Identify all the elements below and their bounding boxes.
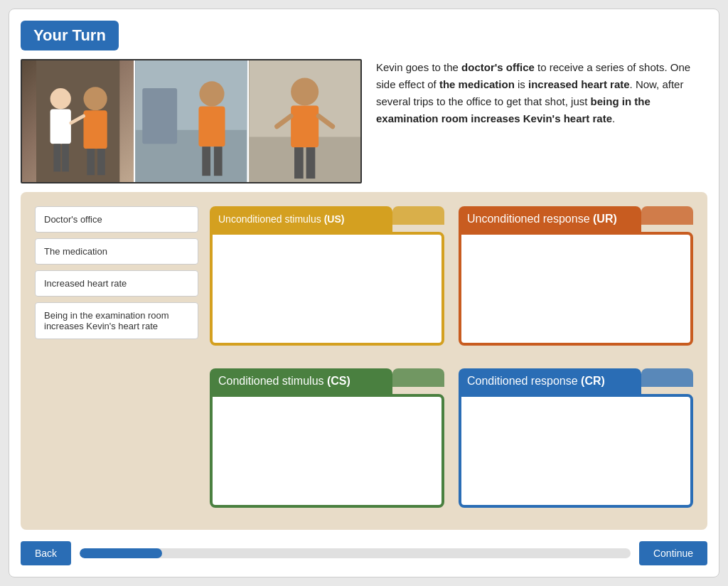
drag-item-increased-heart-rate[interactable]: Increased heart rate	[35, 270, 198, 297]
folder-us[interactable]: Unconditioned stimulus (US)	[210, 206, 444, 346]
your-turn-badge: Your Turn	[21, 21, 119, 50]
continue-button[interactable]: Continue	[639, 541, 707, 565]
svg-rect-15	[203, 146, 211, 176]
folder-ur-wrapper: Unconditioned response (UR)	[459, 206, 693, 354]
svg-rect-7	[87, 149, 95, 175]
svg-rect-3	[53, 144, 60, 171]
folder-cr[interactable]: Conditioned response (CR)	[459, 368, 693, 508]
svg-rect-20	[291, 106, 318, 148]
svg-rect-22	[306, 147, 315, 179]
images-container	[21, 59, 362, 183]
interactive-area: Doctor's office The medication Increased…	[21, 192, 707, 530]
folders-grid: Unconditioned stimulus (US) Unconditione…	[210, 206, 693, 516]
folder-cr-wrapper: Conditioned response (CR)	[459, 368, 693, 516]
folder-cr-tab: Conditioned response (CR)	[459, 368, 641, 394]
content-row: Kevin goes to the doctor's office to rec…	[21, 59, 707, 183]
svg-rect-2	[50, 109, 71, 144]
progress-bar-container	[80, 548, 631, 558]
svg-point-1	[50, 88, 71, 109]
drag-item-medication[interactable]: The medication	[35, 238, 198, 265]
folder-us-wrapper: Unconditioned stimulus (US)	[210, 206, 444, 354]
image-panel-3	[249, 60, 360, 182]
folder-ur-label: Unconditioned response (UR)	[467, 213, 617, 225]
items-list: Doctor's office The medication Increased…	[35, 206, 198, 516]
svg-rect-16	[214, 146, 223, 176]
progress-bar-fill	[80, 548, 162, 558]
folder-ur-tab: Unconditioned response (UR)	[459, 206, 641, 232]
folder-us-tab-back	[392, 206, 444, 225]
svg-rect-8	[97, 149, 105, 175]
folder-ur-body[interactable]	[459, 232, 693, 346]
svg-rect-14	[199, 106, 225, 146]
folder-us-tab: Unconditioned stimulus (US)	[210, 206, 392, 232]
drag-item-doctors-office[interactable]: Doctor's office	[35, 206, 198, 233]
back-button[interactable]: Back	[21, 541, 71, 565]
folder-cr-body[interactable]	[459, 394, 693, 508]
folder-ur-tab-back	[641, 206, 693, 225]
main-container: Your Turn	[9, 9, 719, 577]
folder-cr-label: Conditioned response (CR)	[467, 375, 605, 388]
svg-rect-4	[62, 144, 69, 171]
svg-rect-12	[143, 88, 178, 144]
folder-cs-tab-back	[392, 368, 444, 387]
folder-cr-tab-back	[641, 368, 693, 387]
description-text: Kevin goes to the doctor's office to rec…	[376, 59, 707, 127]
svg-point-13	[200, 81, 225, 106]
image-panel-2	[135, 60, 247, 182]
folder-cs[interactable]: Conditioned stimulus (CS)	[210, 368, 444, 508]
drag-item-being-in-room[interactable]: Being in the examination room increases …	[35, 302, 198, 339]
folder-cs-label: Conditioned stimulus (CS)	[218, 375, 350, 388]
folder-cs-wrapper: Conditioned stimulus (CS)	[210, 368, 444, 516]
folder-us-body[interactable]	[210, 232, 444, 346]
folder-cs-body[interactable]	[210, 394, 444, 508]
image-panel-1	[22, 60, 134, 182]
footer-bar: Back Continue	[21, 538, 707, 565]
folder-cs-tab: Conditioned stimulus (CS)	[210, 368, 392, 394]
folder-ur[interactable]: Unconditioned response (UR)	[459, 206, 693, 346]
svg-point-19	[291, 78, 318, 105]
folder-us-label: Unconditioned stimulus (US)	[218, 213, 344, 225]
svg-point-5	[83, 87, 107, 110]
svg-rect-21	[294, 147, 304, 179]
svg-rect-6	[83, 110, 107, 149]
